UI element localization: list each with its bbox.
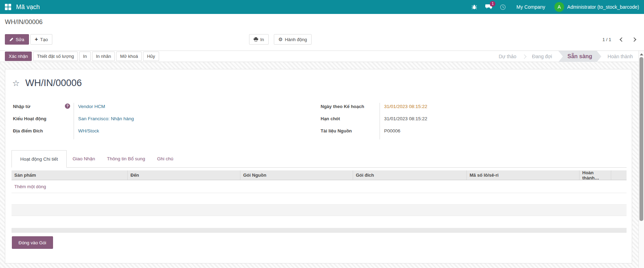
tab-operations[interactable]: Giao Nhận [67, 150, 101, 167]
apps-menu-icon[interactable] [5, 4, 11, 10]
field-label-receive-from: Nhập từ ? [13, 103, 74, 115]
field-value-partner[interactable]: Vendor HCM [74, 103, 262, 115]
table-header-row: Sản phẩm Đến Gói Nguồn Gói đích Mã số lô… [12, 170, 627, 180]
form-content-area: ☆ WH/IN/00006 Nhập từ ? Vendor HCM Kiểu … [0, 62, 644, 268]
message-count-badge: 1 [490, 1, 495, 7]
state-ready-active[interactable]: Sẵn sàng [558, 51, 601, 62]
validate-button[interactable]: Xác nhận [5, 52, 32, 61]
state-waiting[interactable]: Đang đợi [532, 54, 552, 59]
field-label-destination-location: Địa điểm Đích [13, 127, 74, 139]
print-button[interactable]: In [249, 34, 269, 45]
column-header-lot-serial[interactable]: Mã số lô/sê-ri [467, 170, 579, 180]
form-sheet: ☆ WH/IN/00006 Nhập từ ? Vendor HCM Kiểu … [5, 69, 632, 263]
tab-note[interactable]: Ghi chú [151, 150, 179, 167]
column-header-product[interactable]: Sản phẩm [12, 170, 128, 180]
table-row [12, 193, 627, 205]
field-label-source-document: Tài liệu Nguồn [321, 127, 380, 139]
field-value-source-document: P00006 [380, 127, 575, 139]
print-picking-button[interactable]: In [79, 52, 91, 61]
record-title: WH/IN/00006 [25, 78, 82, 89]
plus-icon: + [35, 37, 38, 42]
action-button[interactable]: ⚙ Hành động [274, 34, 312, 45]
tab-additional-info[interactable]: Thông tin Bổ sung [101, 150, 151, 167]
create-button[interactable]: + Tạo [30, 34, 53, 45]
set-quantities-button[interactable]: Thiết đặt số lượng [33, 52, 78, 61]
app-name: Mã vạch [16, 3, 40, 11]
state-draft[interactable]: Dự thảo [499, 54, 516, 59]
pager-value: 1 / 1 [602, 37, 611, 42]
cancel-button[interactable]: Hủy [143, 52, 159, 61]
pager-next-icon[interactable] [632, 37, 636, 42]
put-in-pack-button[interactable]: Đóng vào Gói [12, 236, 53, 249]
debug-bug-icon[interactable] [468, 0, 480, 14]
tab-detailed-operations[interactable]: Hoạt động Chi tiết [12, 150, 67, 168]
state-done[interactable]: Hoàn thành [608, 54, 633, 59]
field-value-destination-location[interactable]: WH/Stock [74, 127, 262, 139]
column-header-source-package[interactable]: Gói Nguồn [240, 170, 353, 180]
pager-previous-icon[interactable] [620, 37, 624, 42]
table-row [12, 216, 627, 228]
vertical-scrollbar[interactable] [638, 51, 644, 268]
print-labels-button[interactable]: In nhãn [92, 52, 115, 61]
breadcrumb: WH/IN/00006 [5, 18, 43, 26]
chevron-separator-icon [522, 54, 526, 59]
control-panel: WH/IN/00006 Sửa + Tạo [0, 14, 644, 51]
table-row: Thêm một dòng [12, 180, 627, 193]
table-row [12, 205, 627, 216]
messages-icon[interactable]: 1 [483, 0, 495, 14]
favorite-star-icon[interactable]: ☆ [12, 79, 20, 87]
field-group-right: Ngày theo Kế hoạch 31/01/2023 08:15:22 H… [321, 103, 575, 139]
activities-clock-icon[interactable] [497, 0, 509, 14]
odoo-form-view: Mã vạch 1 [0, 0, 644, 268]
move-lines-table: Sản phẩm Đến Gói Nguồn Gói đích Mã số lô… [12, 170, 627, 228]
field-value-operation-type[interactable]: San Francisco: Nhận hàng [74, 115, 262, 127]
column-header-done[interactable]: Hoàn thành… [579, 170, 611, 180]
company-switcher[interactable]: My Company [516, 4, 545, 10]
field-label-scheduled-date: Ngày theo Kế hoạch [321, 103, 380, 115]
column-header-handle [611, 170, 627, 180]
column-header-destination-package[interactable]: Gói đích [353, 170, 467, 180]
statusbar: Xác nhận Thiết đặt số lượng In In nhãn M… [0, 51, 644, 62]
user-menu[interactable]: Administrator (to_stock_barcode) [567, 4, 639, 10]
field-label-deadline: Hạn chót [321, 115, 380, 127]
pager: 1 / 1 [602, 34, 636, 45]
top-navbar: Mã vạch 1 [0, 0, 644, 14]
field-label-operation-type: Kiểu Hoạt động [13, 115, 74, 127]
edit-button[interactable]: Sửa [5, 34, 29, 45]
gear-icon: ⚙ [278, 37, 283, 42]
pencil-icon [9, 37, 14, 41]
printer-icon [254, 37, 258, 41]
unlock-button[interactable]: Mở khoá [116, 52, 142, 61]
user-avatar[interactable]: A [554, 2, 564, 12]
table-footer-bar [12, 228, 627, 233]
field-value-scheduled-date: 31/01/2023 08:15:22 [380, 103, 575, 115]
add-a-line-link[interactable]: Thêm một dòng [14, 184, 46, 189]
column-header-to[interactable]: Đến [128, 170, 240, 180]
help-icon: ? [65, 104, 70, 109]
scroll-up-icon[interactable] [640, 53, 643, 55]
notebook-tabs: Hoạt động Chi tiết Giao Nhận Thông tin B… [12, 150, 627, 168]
field-group-left: Nhập từ ? Vendor HCM Kiểu Hoạt động San … [13, 103, 262, 139]
scrollbar-thumb[interactable] [639, 57, 643, 221]
state-pipeline: Dự thảo Đang đợi Sẵn sàng Hoàn thành [499, 51, 633, 62]
field-value-deadline: 31/01/2023 08:15:22 [380, 115, 575, 127]
